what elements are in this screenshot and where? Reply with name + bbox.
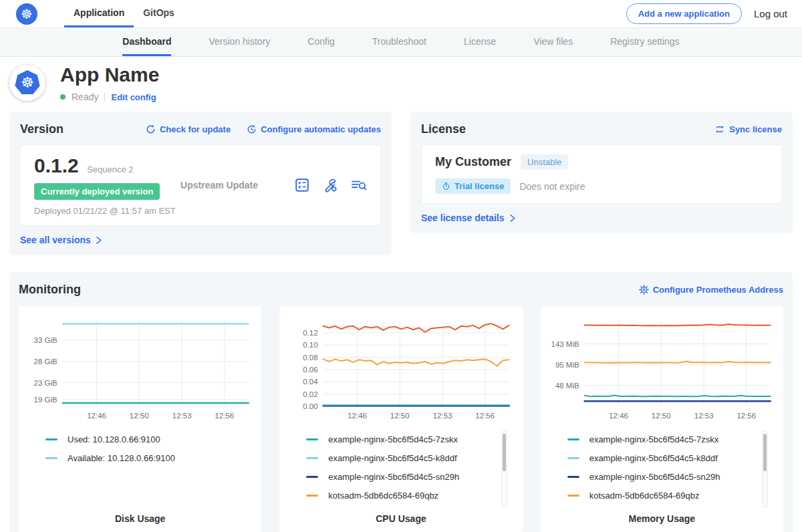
see-all-versions-link[interactable]: See all versions (20, 235, 103, 245)
config-wrench-icon[interactable] (323, 178, 338, 192)
legend-scrollbar-thumb[interactable] (503, 434, 506, 471)
legend-label: example-nginx-5bc6f5d4c5-k8ddf (328, 453, 456, 463)
y-axis-label: 95 MiB (555, 361, 579, 369)
sequence-label: Sequence 2 (87, 164, 133, 174)
x-axis-label: 12:50 (651, 412, 670, 420)
legend-item: example-nginx-5bc6f5d4c5-sn29h (306, 472, 515, 482)
tab-registry-settings[interactable]: Registry settings (610, 28, 679, 56)
legend-color-dash (306, 457, 318, 459)
kubernetes-app-icon: ☸ (15, 70, 40, 96)
tab-version-history[interactable]: Version history (209, 28, 270, 56)
license-card-title: License (421, 122, 466, 136)
legend-color-dash (45, 438, 57, 440)
refresh-icon (146, 124, 156, 134)
preflight-checks-icon[interactable] (295, 178, 309, 192)
version-card-title: Version (20, 122, 63, 136)
legend-item: example-nginx-5bc6f5d4c5-7zskx (567, 434, 777, 444)
legend-item: kotsadm-5db6dc6584-69qbz (567, 491, 777, 501)
sync-arrows-icon (714, 124, 725, 134)
y-axis-label: 0.08 (303, 354, 318, 362)
link-label: See license details (421, 213, 505, 223)
legend-color-dash (306, 476, 318, 478)
legend-color-dash (567, 457, 579, 459)
license-type-badge: Trial license (435, 178, 511, 194)
chart-title: Memory Usage (547, 513, 777, 528)
edit-config-link[interactable]: Edit config (111, 92, 156, 102)
x-axis-label: 12:53 (172, 412, 192, 420)
legend-label: example-nginx-5bc6f5d4c5-k8ddf (589, 453, 718, 463)
app-sub-nav: Dashboard Version history Config Trouble… (0, 28, 802, 57)
license-details-panel: My Customer Unstable Trial license Does … (421, 144, 782, 204)
legend-label: Available: 10.128.0.66:9100 (68, 453, 175, 463)
configure-prometheus-link[interactable]: Configure Prometheus Address (639, 285, 783, 295)
chart-legend: Used: 10.128.0.66:9100Available: 10.128.… (25, 434, 255, 472)
legend-label: example-nginx-5bc6f5d4c5-sn29h (589, 472, 720, 482)
legend-item: Used: 10.128.0.66:9100 (45, 434, 255, 444)
x-axis-label: 12:46 (348, 412, 368, 420)
memory-usage-plot: 48 MiB95 MiB143 MiB12:4612:5012:5312:56 (547, 315, 777, 424)
topnav-tab-gitops[interactable]: GitOps (134, 0, 184, 27)
link-label: Check for update (160, 124, 231, 134)
monitoring-card: Monitoring Configure Prometheus Address (9, 272, 793, 532)
legend-color-dash (567, 476, 579, 478)
y-axis-label: 19 GiB (33, 396, 57, 404)
series-line (584, 395, 770, 396)
legend-item: example-nginx-5bc6f5d4c5-sn29h (567, 472, 777, 482)
x-axis-label: 12:56 (737, 412, 756, 420)
x-axis-label: 12:50 (130, 412, 149, 420)
configure-automatic-updates-link[interactable]: Configure automatic updates (247, 124, 381, 134)
legend-scrollbar[interactable] (762, 430, 768, 508)
disk-usage-plot: 19 GiB23 GiB28 GiB33 GiB12:4612:5012:531… (25, 315, 255, 424)
license-card: License Sync license My Customer Unstabl… (410, 112, 793, 233)
sync-license-link[interactable]: Sync license (714, 124, 782, 134)
y-axis-label: 48 MiB (555, 382, 579, 390)
legend-color-dash (567, 495, 579, 497)
legend-color-dash (45, 457, 57, 459)
tab-config[interactable]: Config (307, 28, 334, 56)
brand[interactable]: ☸ (16, 0, 37, 27)
legend-item: example-nginx-5bc6f5d4c5-k8ddf (306, 453, 515, 463)
chart-legend: example-nginx-5bc6f5d4c5-7zskxexample-ng… (547, 434, 777, 509)
tab-license[interactable]: License (464, 28, 496, 56)
view-logs-icon[interactable] (351, 178, 367, 192)
legend-item: example-nginx-5bc6f5d4c5-k8ddf (567, 453, 777, 463)
legend-scrollbar-thumb[interactable] (763, 434, 767, 471)
y-axis-label: 33 GiB (33, 336, 57, 344)
x-axis-label: 12:53 (694, 412, 713, 420)
kubernetes-logo-icon: ☸ (16, 3, 37, 25)
chart-svg: 19 GiB23 GiB28 GiB33 GiB12:4612:5012:531… (25, 315, 255, 424)
stopwatch-icon (442, 182, 450, 190)
link-label: See all versions (20, 235, 91, 245)
badge-label: Trial license (454, 181, 504, 191)
add-new-application-button[interactable]: Add a new application (626, 3, 742, 24)
app-header: ☸ App Name Ready Edit config (0, 57, 802, 109)
legend-color-dash (306, 495, 318, 497)
legend-scrollbar[interactable] (501, 430, 507, 508)
see-license-details-link[interactable]: See license details (421, 213, 517, 223)
legend-label: kotsadm-5db6dc6584-69qbz (589, 491, 700, 501)
ready-status-dot (60, 94, 65, 100)
deployed-badge: Currently deployed version (34, 183, 160, 200)
legend-color-dash (306, 438, 318, 440)
x-axis-label: 12:53 (433, 412, 452, 420)
customer-name: My Customer (435, 155, 511, 169)
tab-troubleshoot[interactable]: Troubleshoot (372, 28, 426, 56)
logout-button[interactable]: Log out (754, 8, 787, 19)
y-axis-label: 0.12 (303, 329, 318, 337)
legend-item: kotsadm-5db6dc6584-69qbz (306, 491, 515, 501)
y-axis-label: 143 MiB (551, 340, 579, 348)
tab-dashboard[interactable]: Dashboard (122, 28, 171, 56)
current-version-panel: 0.1.2 Sequence 2 Currently deployed vers… (20, 144, 381, 226)
topnav-tab-application[interactable]: Application (64, 0, 134, 27)
series-line (584, 324, 770, 325)
check-for-update-link[interactable]: Check for update (146, 124, 231, 134)
link-label: Configure automatic updates (261, 124, 381, 134)
legend-label: example-nginx-5bc6f5d4c5-sn29h (328, 472, 459, 482)
status-label: Ready (72, 92, 98, 102)
y-axis-label: 23 GiB (33, 379, 57, 387)
tab-view-files[interactable]: View files (533, 28, 573, 56)
gear-icon (639, 285, 649, 295)
x-axis-label: 12:56 (215, 412, 234, 420)
x-axis-label: 12:46 (87, 412, 106, 420)
top-nav: ☸ Application GitOps Add a new applicati… (0, 0, 802, 28)
